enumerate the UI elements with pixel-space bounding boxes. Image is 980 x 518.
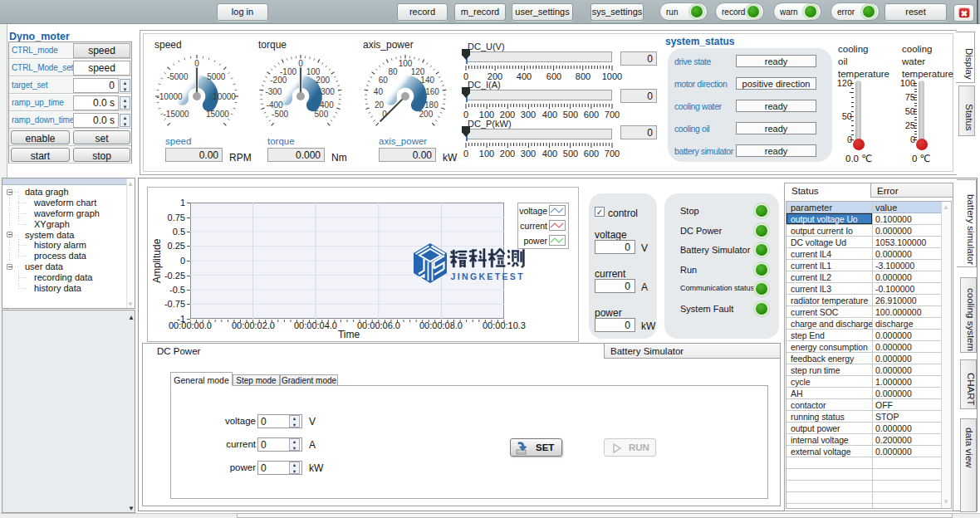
svg-text:160: 160 (425, 87, 439, 96)
svg-text:400: 400 (320, 100, 334, 110)
svg-text:-300: -300 (265, 87, 282, 96)
svg-text:-500: -500 (272, 110, 288, 119)
svg-text:5000: 5000 (207, 72, 226, 81)
svg-text:200: 200 (316, 76, 330, 85)
svg-text:500: 500 (315, 110, 329, 119)
svg-text:-15000: -15000 (164, 110, 190, 119)
svg-text:200: 200 (419, 110, 434, 119)
svg-text:-200: -200 (270, 76, 287, 85)
svg-text:0: 0 (194, 59, 199, 68)
svg-text:100: 100 (399, 59, 413, 68)
svg-text:40: 40 (374, 87, 384, 96)
svg-text:-100: -100 (280, 67, 296, 76)
svg-text:15000: 15000 (206, 110, 229, 119)
svg-text:-5000: -5000 (167, 72, 189, 81)
svg-text:140: 140 (420, 76, 434, 85)
svg-text:300: 300 (321, 87, 335, 96)
svg-text:80: 80 (388, 67, 398, 76)
svg-text:0: 0 (382, 110, 387, 119)
svg-text:10000: 10000 (213, 92, 236, 101)
svg-text:-400: -400 (267, 100, 283, 110)
svg-text:0: 0 (298, 59, 303, 68)
svg-text:180: 180 (424, 100, 439, 110)
svg-text:20: 20 (375, 100, 385, 110)
svg-text:-10000: -10000 (156, 92, 183, 101)
svg-text:JINGKETEST: JINGKETEST (451, 271, 525, 281)
svg-text:60: 60 (379, 76, 389, 85)
